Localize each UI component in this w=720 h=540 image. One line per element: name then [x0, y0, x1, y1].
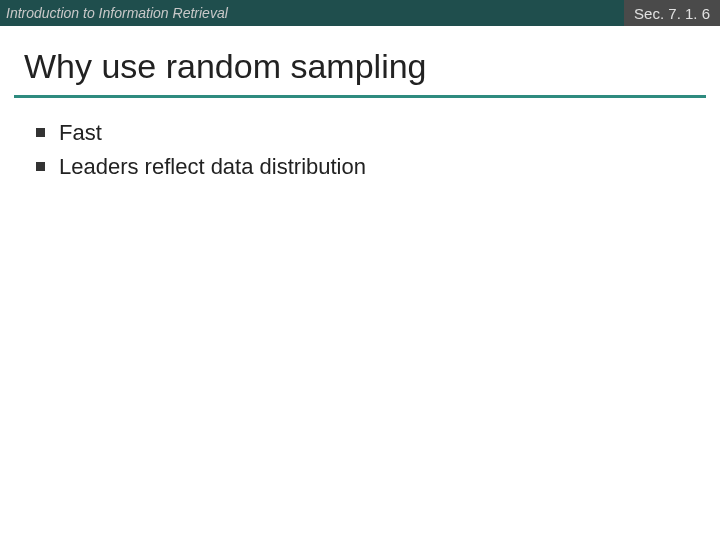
section-number: Sec. 7. 1. 6: [624, 0, 720, 26]
list-item: Leaders reflect data distribution: [36, 152, 684, 182]
course-title: Introduction to Information Retrieval: [0, 5, 228, 21]
slide-content: Fast Leaders reflect data distribution: [0, 98, 720, 181]
bullet-text: Leaders reflect data distribution: [59, 152, 366, 182]
bullet-text: Fast: [59, 118, 102, 148]
bullet-icon: [36, 162, 45, 171]
list-item: Fast: [36, 118, 684, 148]
bullet-list: Fast Leaders reflect data distribution: [36, 118, 684, 181]
slide-header: Introduction to Information Retrieval Se…: [0, 0, 720, 26]
bullet-icon: [36, 128, 45, 137]
title-area: Why use random sampling: [0, 26, 720, 91]
slide-title: Why use random sampling: [24, 48, 696, 85]
